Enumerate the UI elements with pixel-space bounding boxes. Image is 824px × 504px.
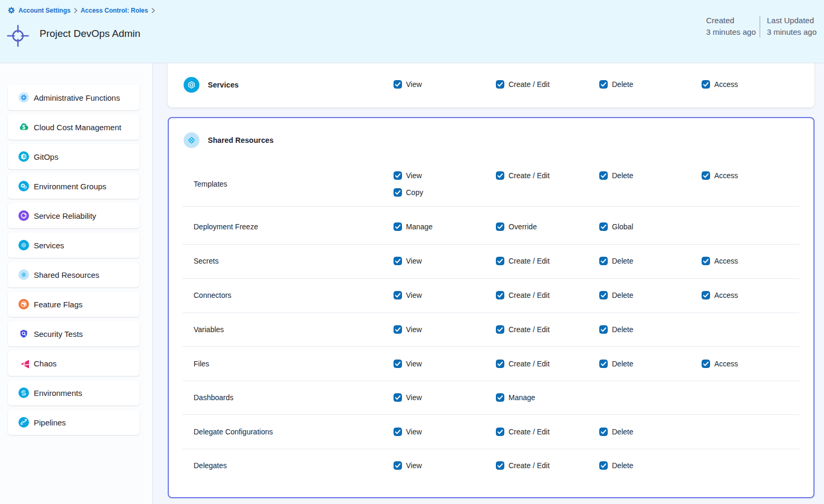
svg-text:$: $ — [22, 124, 25, 130]
